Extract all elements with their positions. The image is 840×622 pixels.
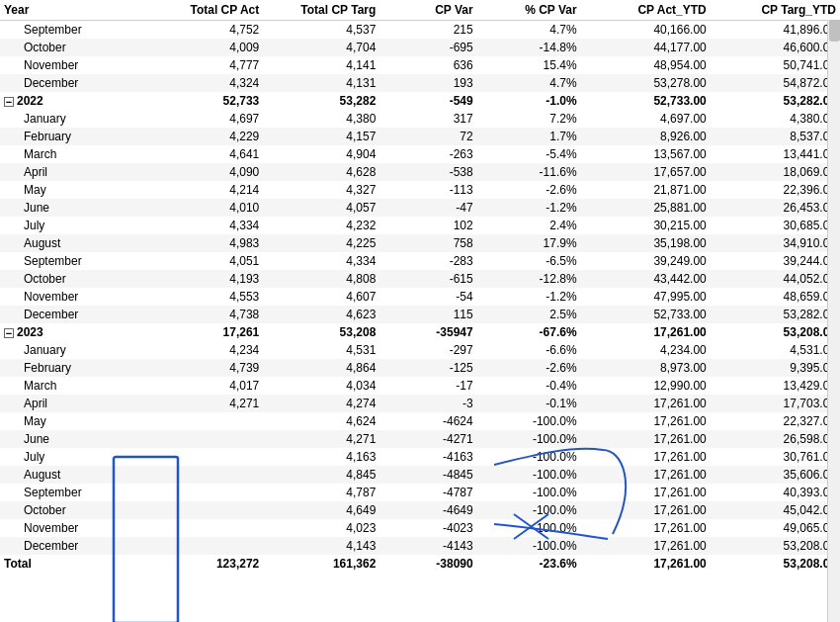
cell-total-cp-act bbox=[146, 537, 263, 555]
cell-cp-targ-ytd: 53,208.00 bbox=[711, 537, 840, 555]
cell-total-cp-act: 4,334 bbox=[146, 217, 263, 234]
cell-total-cp-targ: 4,141 bbox=[263, 56, 379, 74]
cell-year-label: August bbox=[0, 466, 146, 484]
cell-total-cp-targ: 4,808 bbox=[263, 270, 379, 288]
cell-total-cp-targ: 4,704 bbox=[263, 39, 379, 56]
month-row: November4,7774,14163615.4%48,954.0050,74… bbox=[0, 56, 840, 74]
cell-total-cp-targ: 4,057 bbox=[263, 199, 379, 217]
cell-cp-targ-ytd: 53,282.00 bbox=[711, 306, 840, 323]
cell-cp-var: 115 bbox=[379, 306, 476, 323]
cell-pct-cp-var: 7.2% bbox=[477, 110, 581, 128]
cell-total-cp-act: 4,983 bbox=[146, 234, 263, 252]
cell-cp-var: -4624 bbox=[379, 412, 476, 430]
cell-total-cp-act: 4,010 bbox=[146, 199, 263, 217]
month-row: February4,7394,864-125-2.6%8,973.009,395… bbox=[0, 359, 840, 377]
month-row: November4,5534,607-54-1.2%47,995.0048,65… bbox=[0, 288, 840, 306]
cell-pct-cp-var: -100.0% bbox=[477, 519, 581, 537]
cell-cp-targ-ytd: 35,606.00 bbox=[711, 466, 840, 484]
cell-cp-var: 72 bbox=[379, 128, 476, 145]
cell-pct-cp-var: -14.8% bbox=[477, 39, 581, 56]
cell-pct-cp-var: -0.4% bbox=[477, 377, 581, 395]
cell-year-label: October bbox=[0, 501, 146, 519]
month-label: March bbox=[4, 379, 56, 393]
cell-cp-var: -4649 bbox=[379, 501, 476, 519]
cell-total-cp-targ: 4,649 bbox=[263, 501, 379, 519]
cell-total-cp-act: 4,017 bbox=[146, 377, 263, 395]
cell-total-cp-targ: 4,624 bbox=[263, 412, 379, 430]
cell-cp-var: -4787 bbox=[379, 484, 476, 501]
cell-total-cp-targ: 4,157 bbox=[263, 128, 379, 145]
month-label: August bbox=[4, 468, 60, 482]
cell-pct-cp-var: -100.0% bbox=[477, 412, 581, 430]
month-label: October bbox=[4, 41, 66, 54]
cell-total-cp-act: 4,738 bbox=[146, 306, 263, 323]
cell-year-label: July bbox=[0, 448, 146, 466]
cell-cp-var: -4143 bbox=[379, 537, 476, 555]
cell-total-cp-targ: 4,623 bbox=[263, 306, 379, 323]
cell-total-cp-targ: 4,232 bbox=[263, 217, 379, 234]
month-row: March4,0174,034-17-0.4%12,990.0013,429.0… bbox=[0, 377, 840, 395]
cell-year-label: March bbox=[0, 145, 146, 163]
cell-year-label: March bbox=[0, 377, 146, 395]
cell-total-cp-targ: 4,143 bbox=[263, 537, 379, 555]
cell-total-cp-act: 4,229 bbox=[146, 128, 263, 145]
month-row: August4,845-4845-100.0%17,261.0035,606.0… bbox=[0, 466, 840, 484]
month-row: April4,2714,274-3-0.1%17,261.0017,703.00 bbox=[0, 395, 840, 412]
cell-cp-var: 215 bbox=[379, 21, 476, 40]
month-label: April bbox=[4, 165, 47, 179]
month-label: May bbox=[4, 414, 46, 428]
cell-cp-var: -17 bbox=[379, 377, 476, 395]
cell-year-label: January bbox=[0, 110, 146, 128]
month-label: June bbox=[4, 432, 49, 446]
main-table-container[interactable]: Year Total CP Act Total CP Targ CP Var %… bbox=[0, 0, 840, 622]
cell-cp-targ-ytd: 13,429.00 bbox=[711, 377, 840, 395]
month-row: November4,023-4023-100.0%17,261.0049,065… bbox=[0, 519, 840, 537]
cell-total-cp-act: 4,641 bbox=[146, 145, 263, 163]
scrollbar[interactable] bbox=[827, 0, 840, 622]
cell-cp-var: -125 bbox=[379, 359, 476, 377]
month-row: August4,9834,22575817.9%35,198.0034,910.… bbox=[0, 234, 840, 252]
cell-total-cp-targ: 4,225 bbox=[263, 234, 379, 252]
cell-total-cp-act: 52,733 bbox=[146, 92, 263, 110]
month-row: December4,3244,1311934.7%53,278.0054,872… bbox=[0, 74, 840, 92]
cell-cp-act-ytd: 12,990.00 bbox=[581, 377, 711, 395]
cell-year-label: October bbox=[0, 39, 146, 56]
cell-cp-act-ytd: 8,926.00 bbox=[581, 128, 711, 145]
cell-total-cp-act: 4,271 bbox=[146, 395, 263, 412]
cell-pct-cp-var: 2.4% bbox=[477, 217, 581, 234]
cell-pct-cp-var: -23.6% bbox=[477, 555, 581, 573]
cell-pct-cp-var: 4.7% bbox=[477, 74, 581, 92]
cell-cp-targ-ytd: 8,537.00 bbox=[711, 128, 840, 145]
cell-total-cp-targ: 4,628 bbox=[263, 163, 379, 181]
cell-total-cp-targ: 4,023 bbox=[263, 519, 379, 537]
expand-collapse-icon[interactable]: − bbox=[4, 328, 14, 338]
cell-total-cp-act bbox=[146, 501, 263, 519]
cell-total-cp-act bbox=[146, 412, 263, 430]
cell-total-cp-act bbox=[146, 430, 263, 448]
col-header-pct-cp-var: % CP Var bbox=[477, 0, 581, 21]
cell-pct-cp-var: 4.7% bbox=[477, 21, 581, 40]
cell-pct-cp-var: -0.1% bbox=[477, 395, 581, 412]
cell-cp-act-ytd: 53,278.00 bbox=[581, 74, 711, 92]
month-label: November bbox=[4, 58, 78, 72]
cell-pct-cp-var: -1.2% bbox=[477, 199, 581, 217]
month-label: December bbox=[4, 539, 78, 553]
month-row: July4,3344,2321022.4%30,215.0030,685.00 bbox=[0, 217, 840, 234]
month-label: November bbox=[4, 521, 78, 535]
cell-pct-cp-var: -12.8% bbox=[477, 270, 581, 288]
cell-pct-cp-var: -100.0% bbox=[477, 430, 581, 448]
cell-total-cp-targ: 4,607 bbox=[263, 288, 379, 306]
col-header-total-cp-act: Total CP Act bbox=[146, 0, 263, 21]
month-label: June bbox=[4, 201, 49, 215]
cell-cp-act-ytd: 35,198.00 bbox=[581, 234, 711, 252]
cell-year-label: July bbox=[0, 217, 146, 234]
expand-collapse-icon[interactable]: − bbox=[4, 97, 14, 107]
cell-cp-act-ytd: 17,261.00 bbox=[581, 395, 711, 412]
cell-year-label: June bbox=[0, 430, 146, 448]
cell-total-cp-targ: 4,034 bbox=[263, 377, 379, 395]
cell-total-cp-targ: 4,904 bbox=[263, 145, 379, 163]
cell-year-label: September bbox=[0, 484, 146, 501]
cell-cp-targ-ytd: 17,703.00 bbox=[711, 395, 840, 412]
col-header-total-cp-targ: Total CP Targ bbox=[263, 0, 379, 21]
cell-year-label: December bbox=[0, 537, 146, 555]
